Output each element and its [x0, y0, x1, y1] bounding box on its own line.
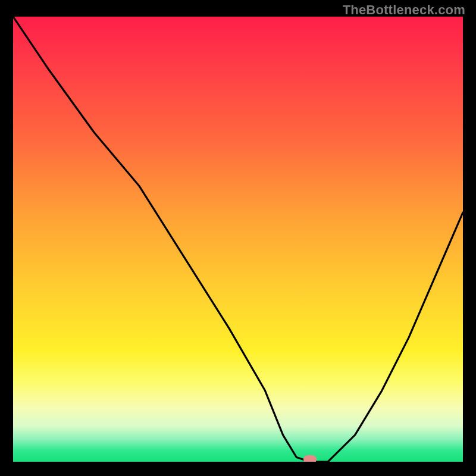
optimal-point-marker — [303, 455, 317, 462]
plot-area — [13, 17, 463, 462]
chart-frame: TheBottleneck.com — [0, 0, 476, 476]
bottleneck-curve — [13, 17, 463, 462]
watermark-text: TheBottleneck.com — [343, 2, 465, 18]
